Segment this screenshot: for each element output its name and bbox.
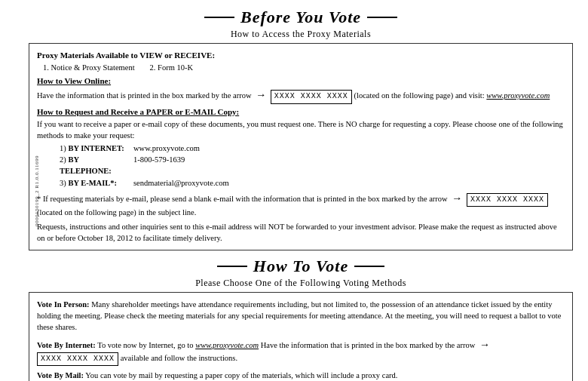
section2-content-box: Vote In Person: Many shareholder meeting… — [29, 292, 573, 381]
vertical-text: 0000150199_2 R1.0.0.11699 — [34, 155, 40, 226]
paper-email-section: How to Request and Receive a PAPER or E-… — [37, 106, 565, 189]
code-box-1: XXXX XXXX XXXX — [271, 90, 352, 104]
view-online-heading: How to View Online: — [37, 76, 111, 85]
section-before-you-vote: Before You Vote How to Access the Proxy … — [29, 8, 573, 250]
section1-subtitle: How to Access the Proxy Materials — [29, 29, 573, 40]
code-box-3: XXXX XXXX XXXX — [37, 352, 118, 367]
view-online-text: Have the information that is printed in … — [37, 88, 565, 104]
vote-by-mail: Vote By Mail: You can vote by mail by re… — [37, 370, 565, 381]
section1-content-box: Proxy Materials Available to VIEW or REC… — [29, 43, 573, 250]
section1-main-title: Before You Vote — [240, 8, 361, 27]
proxy-materials-header: Proxy Materials Available to VIEW or REC… — [37, 50, 565, 62]
section2-title: How To Vote Please Choose One of the Fol… — [29, 257, 573, 289]
paper-text: If you want to receive a paper or e-mail… — [37, 118, 565, 141]
method-email: 3) BY E-MAIL*: sendmaterial@proxyvote.co… — [60, 177, 565, 189]
section2-subtitle: Please Choose One of the Following Votin… — [29, 278, 573, 289]
vote-internet-text1: To vote now by Internet, go to — [97, 341, 195, 349]
asterisk-text: * If requesting materials by e-mail, ple… — [37, 191, 565, 219]
asterisk-row: * If requesting materials by e-mail, ple… — [37, 191, 565, 219]
page-container: 0000150199_2 R1.0.0.11699 Before You Vot… — [0, 0, 588, 381]
method-internet: 1) BY INTERNET: www.proxyvote.com — [60, 143, 565, 154]
methods-list: 1) BY INTERNET: www.proxyvote.com 2) BY … — [60, 143, 565, 189]
vote-internet-text2: Have the information that is printed in … — [261, 341, 477, 349]
vote-title-line: How To Vote — [29, 257, 573, 276]
method-1-value: www.proxyvote.com — [133, 143, 565, 154]
arrow-icon-2: → — [452, 191, 462, 206]
materials-item-1: 1. Notice & Proxy Statement — [43, 62, 135, 73]
vote-internet-label: Vote By Internet: — [37, 341, 96, 349]
arrow-icon-1: → — [256, 88, 266, 103]
paper-heading: How to Request and Receive a PAPER or E-… — [37, 107, 239, 116]
vote-in-person-label: Vote In Person: — [37, 300, 90, 309]
section2-main-title: How To Vote — [253, 257, 348, 276]
arrow-icon-3: → — [479, 337, 490, 352]
vote-internet-url: www.proxyvote.com — [195, 341, 259, 349]
view-online-text1: Have the information that is printed in … — [37, 91, 252, 100]
view-online-url: www.proxyvote.com — [486, 91, 550, 100]
method-3-label: 3) BY E-MAIL*: — [60, 177, 127, 189]
materials-item-2: 2. Form 10-K — [150, 62, 193, 73]
view-online-section: How to View Online: Have the information… — [37, 75, 565, 103]
vote-internet-text3: available and follow the instructions. — [121, 354, 237, 362]
method-2-label: 2) BY TELEPHONE: — [60, 154, 127, 177]
code-box-2: XXXX XXXX XXXX — [467, 193, 548, 207]
vote-mail-label: Vote By Mail: — [37, 371, 84, 379]
vote-by-internet: Vote By Internet: To vote now by Interne… — [37, 337, 565, 367]
vote-in-person: Vote In Person: Many shareholder meeting… — [37, 299, 565, 333]
section-how-to-vote: How To Vote Please Choose One of the Fol… — [29, 257, 573, 381]
method-telephone: 2) BY TELEPHONE: 1-800-579-1639 — [60, 154, 565, 177]
title-line: Before You Vote — [29, 8, 573, 27]
method-1-label: 1) BY INTERNET: — [60, 143, 127, 154]
vote-mail-text: You can vote by mail by requesting a pap… — [85, 371, 397, 379]
footer-note: Requests, instructions and other inquiri… — [37, 221, 565, 244]
method-3-value: sendmaterial@proxyvote.com — [133, 177, 565, 189]
method-2-value: 1-800-579-1639 — [133, 154, 565, 177]
vote-in-person-text: Many shareholder meetings have attendanc… — [37, 300, 561, 331]
materials-list: 1. Notice & Proxy Statement 2. Form 10-K — [43, 62, 565, 73]
section1-title: Before You Vote How to Access the Proxy … — [29, 8, 573, 40]
view-online-text2: (located on the following page) and visi… — [354, 91, 486, 100]
